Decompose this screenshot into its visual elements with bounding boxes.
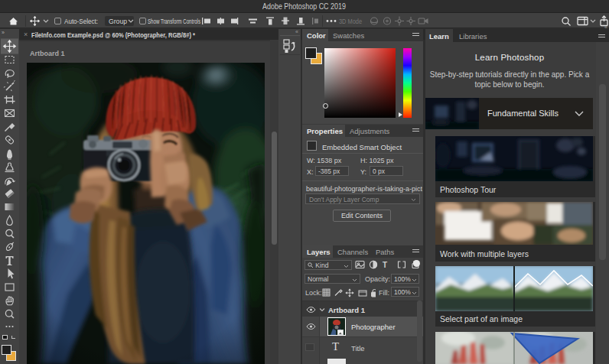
svg-text:Show Transform Controls: Show Transform Controls [148,17,200,25]
svg-text:FileInfo.com Example.psd @ 60%: FileInfo.com Example.psd @ 60% (Photogra… [31,31,195,39]
svg-text:»: » [2,30,5,35]
svg-text:Group: Group [109,17,127,25]
svg-text:Adobe Photoshop CC 2019: Adobe Photoshop CC 2019 [262,2,346,11]
svg-text:3D Mode: 3D Mode [339,17,362,25]
svg-text:Auto-Select:: Auto-Select: [64,17,98,25]
svg-text:×: × [24,31,28,38]
svg-text:T: T [383,261,387,269]
